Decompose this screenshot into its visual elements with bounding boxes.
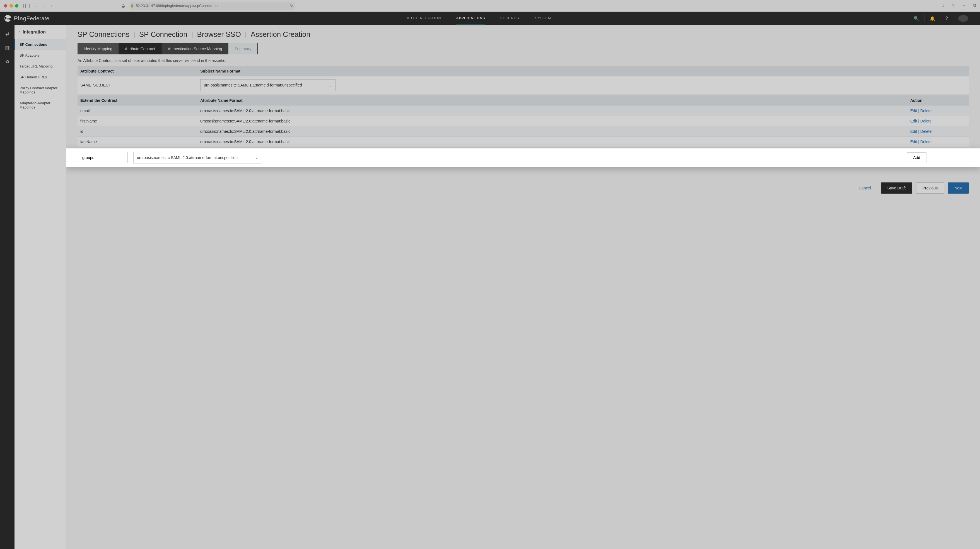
sidebar-toggle-icon[interactable] [24, 4, 30, 8]
table-row: lastName urn:oasis:names:tc:SAML:2.0:att… [78, 137, 969, 147]
rail-integration-icon[interactable]: ⇄ [4, 31, 10, 37]
cell-saml-subject: SAML_SUBJECT [78, 76, 197, 94]
ping-logo-icon: Ping [5, 15, 11, 22]
nav-authentication[interactable]: AUTHENTICATION [407, 12, 441, 25]
tab-summary: Summary [228, 43, 258, 54]
main-content: SP Connections| SP Connection| Browser S… [66, 25, 980, 549]
table-row: firstName urn:oasis:names:tc:SAML:2.0:at… [78, 116, 969, 126]
cell-fmt: urn:oasis:names:tc:SAML:2.0:attrname-for… [197, 126, 907, 137]
side-panel-title: Integration [22, 30, 46, 35]
delete-link[interactable]: Delete [920, 108, 931, 113]
nav-applications[interactable]: APPLICATIONS [456, 12, 485, 25]
window-controls [4, 4, 18, 8]
delete-link[interactable]: Delete [920, 140, 931, 144]
help-icon[interactable]: ? [940, 14, 953, 22]
notifications-icon[interactable]: 🔔 [924, 14, 940, 22]
forward-icon: › [51, 3, 52, 9]
new-tab-icon[interactable]: ＋ [962, 3, 966, 9]
attribute-contract-table: Attribute Contract Subject Name Format S… [78, 66, 969, 94]
th-subject-name-format: Subject Name Format [197, 66, 969, 76]
delete-link[interactable]: Delete [920, 119, 931, 123]
crumb-browser-sso[interactable]: Browser SSO [197, 30, 241, 39]
sidebar-item-target-url-mapping[interactable]: Target URL Mapping [14, 61, 66, 72]
add-attribute-row: urn:oasis:names:tc:SAML:2.0:attrname-for… [66, 148, 980, 167]
chevron-down-icon: ⌄ [329, 83, 332, 88]
next-button[interactable]: Next [948, 183, 969, 194]
rail-token-icon[interactable]: ▥ [4, 45, 10, 51]
crumb-assertion-creation: Assertion Creation [251, 30, 310, 39]
sidebar-item-adapter-to-adapter-mappings[interactable]: Adapter-to-Adapter Mappings [14, 98, 66, 113]
wizard-footer: Cancel Save Draft Previous Next [78, 183, 969, 194]
cancel-button[interactable]: Cancel [853, 183, 877, 194]
privacy-shield-icon[interactable]: ◒ [121, 3, 125, 8]
app-top-bar: Ping PingFederate AUTHENTICATION APPLICA… [0, 12, 980, 25]
left-rail: ⇄ ▥ ✿ [0, 25, 14, 549]
breadcrumb: SP Connections| SP Connection| Browser S… [78, 30, 969, 39]
th-attr-name-format: Attribute Name Format [197, 95, 907, 106]
sidebar-item-sp-adapters[interactable]: SP Adapters [14, 50, 66, 61]
cell-attr: lastName [78, 137, 197, 147]
select-value: urn:oasis:names:tc:SAML:1.1:nameid-forma… [204, 83, 302, 88]
cell-fmt: urn:oasis:names:tc:SAML:2.0:attrname-for… [197, 106, 907, 116]
edit-link[interactable]: Edit [910, 119, 917, 123]
edit-link[interactable]: Edit [910, 140, 917, 144]
add-button[interactable]: Add [907, 152, 926, 163]
minimize-window-icon[interactable] [10, 4, 13, 8]
edit-link[interactable]: Edit [910, 108, 917, 113]
primary-nav: AUTHENTICATION APPLICATIONS SECURITY SYS… [407, 12, 551, 25]
share-icon[interactable]: ⇪ [951, 3, 955, 9]
cell-fmt: urn:oasis:names:tc:SAML:2.0:attrname-for… [197, 137, 907, 147]
cell-attr: email [78, 106, 197, 116]
previous-button[interactable]: Previous [916, 183, 944, 194]
new-attribute-format-select[interactable]: urn:oasis:names:tc:SAML:2.0:attrname-for… [133, 152, 262, 164]
url-text: 52.23.3.147:9999/pingfederate/app#/spCon… [136, 4, 219, 8]
back-icon[interactable]: ‹ [43, 3, 45, 9]
table-row: SAML_SUBJECT urn:oasis:names:tc:SAML:1.1… [78, 76, 969, 94]
th-attribute-contract: Attribute Contract [78, 66, 197, 76]
th-action: Action [907, 95, 969, 106]
cell-attr: firstName [78, 116, 197, 126]
cell-attr: id [78, 126, 197, 137]
rail-settings-icon[interactable]: ✿ [4, 59, 10, 65]
crumb-sp-connection[interactable]: SP Connection [139, 30, 188, 39]
side-panel: ‹ Integration SP Connections SP Adapters… [14, 25, 66, 549]
address-bar[interactable]: 🔒 52.23.3.147:9999/pingfederate/app#/spC… [130, 2, 295, 10]
zoom-window-icon[interactable] [15, 4, 18, 8]
extend-contract-table: Extend the Contract Attribute Name Forma… [78, 95, 969, 147]
tab-attribute-contract[interactable]: Attribute Contract [119, 43, 162, 54]
delete-link[interactable]: Delete [920, 129, 931, 134]
brand-text: PingFederate [14, 15, 49, 22]
crumb-sp-connections[interactable]: SP Connections [78, 30, 129, 39]
new-attribute-input[interactable] [79, 152, 128, 163]
sidebar-item-policy-contract-adapter-mappings[interactable]: Policy Contract Adapter Mappings [14, 83, 66, 98]
search-icon[interactable]: 🔍 [908, 14, 924, 22]
th-extend-contract: Extend the Contract [78, 95, 197, 106]
select-value: urn:oasis:names:tc:SAML:2.0:attrname-for… [137, 155, 238, 160]
tabs-icon[interactable]: ⧉ [973, 3, 976, 9]
sidebar-item-sp-default-urls[interactable]: SP Default URLs [14, 72, 66, 83]
nav-security[interactable]: SECURITY [500, 12, 520, 25]
sidebar-item-sp-connections[interactable]: SP Connections [14, 39, 66, 50]
download-icon[interactable]: ⤓ [941, 3, 945, 9]
cell-fmt: urn:oasis:names:tc:SAML:2.0:attrname-for… [197, 116, 907, 126]
reload-icon[interactable]: ↻ [290, 4, 293, 8]
table-row: email urn:oasis:names:tc:SAML:2.0:attrna… [78, 106, 969, 116]
nav-system[interactable]: SYSTEM [535, 12, 551, 25]
tab-auth-source-mapping[interactable]: Authentication Source Mapping [162, 43, 229, 54]
close-window-icon[interactable] [4, 4, 7, 8]
lock-icon: 🔒 [130, 4, 134, 8]
user-avatar-icon[interactable] [953, 14, 973, 22]
dropdown-caret-icon[interactable]: ⌄ [35, 3, 38, 8]
tab-identity-mapping[interactable]: Identity Mapping [78, 43, 119, 54]
wizard-tabs: Identity Mapping Attribute Contract Auth… [78, 43, 969, 54]
save-draft-button[interactable]: Save Draft [881, 183, 912, 194]
help-text: An Attribute Contract is a set of user a… [78, 58, 969, 63]
mac-toolbar: ⌄ ‹ › ◒ 🔒 52.23.3.147:9999/pingfederate/… [0, 0, 980, 12]
chevron-down-icon: ⌄ [255, 155, 259, 160]
chevron-left-icon[interactable]: ‹ [18, 30, 20, 35]
table-row: id urn:oasis:names:tc:SAML:2.0:attrname-… [78, 126, 969, 137]
edit-link[interactable]: Edit [910, 129, 917, 134]
subject-format-select[interactable]: urn:oasis:names:tc:SAML:1.1:nameid-forma… [200, 79, 336, 91]
